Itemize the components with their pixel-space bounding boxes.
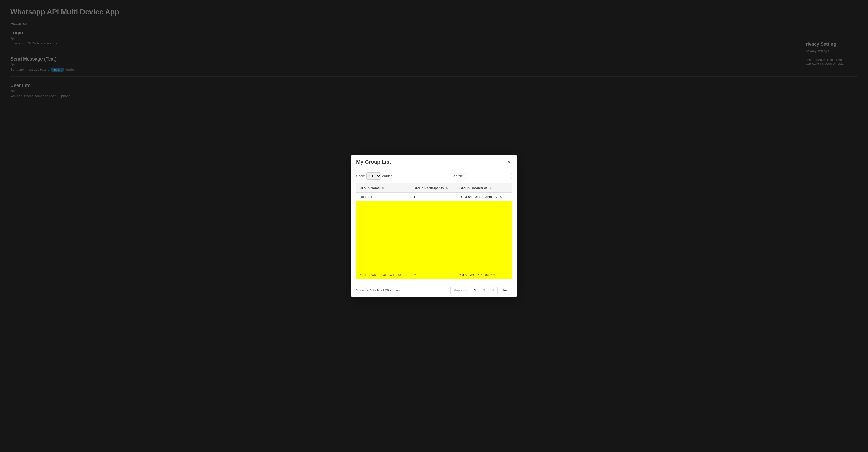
cell-created-at: 2013-04-10T19:03:48+07:00 [456, 193, 512, 201]
col-created-at: Group Created At ⇅ [456, 183, 512, 193]
controls-row: Show 10 25 50 100 entries Search: [356, 172, 512, 179]
pagination: Previous 1 2 3 Next [451, 286, 512, 294]
search-input[interactable] [465, 173, 512, 179]
modal-body: Show 10 25 50 100 entries Search: [351, 168, 517, 283]
sort-icon-participants: ⇅ [446, 187, 448, 190]
cell-participants-blurred: 01 [410, 271, 456, 279]
showing-text: Showing 1 to 10 of 29 entries [356, 288, 400, 292]
modal-header: My Group List × [351, 155, 517, 168]
table-row-yellow [356, 201, 512, 271]
col-participants: Group Participants ⇅ [410, 183, 456, 193]
next-button[interactable]: Next [498, 286, 512, 294]
show-entries-control: Show 10 25 50 100 entries [356, 172, 393, 179]
table-header-row: Group Name ⇅ Group Participants ⇅ Group … [356, 183, 512, 193]
search-control: Search: [452, 173, 512, 179]
cell-name: close req [356, 193, 410, 201]
col-group-name: Group Name ⇅ [356, 183, 410, 193]
sort-icon-name: ⇅ [382, 187, 384, 190]
table-row-blurred: KRNL KRON KTILOS KW11 (⚠) 01 2017-01-19T… [356, 271, 512, 279]
yellow-area [356, 201, 512, 271]
cell-name-blurred: KRNL KRON KTILOS KW11 (⚠) [356, 271, 410, 279]
modal-title: My Group List [356, 159, 391, 165]
table-row: close req 1 2013-04-10T19:03:48+07:00 [356, 193, 512, 201]
close-button[interactable]: × [507, 160, 512, 165]
modal-container: My Group List × Show 10 25 50 100 entrie… [351, 155, 517, 297]
modal-overlay: My Group List × Show 10 25 50 100 entrie… [0, 0, 868, 452]
search-label: Search: [452, 174, 463, 178]
page-2-button[interactable]: 2 [480, 286, 489, 294]
entries-select[interactable]: 10 25 50 100 [366, 172, 381, 179]
cell-created-at-blurred: 2017-01-19T07:31:30+07:00 [456, 271, 512, 279]
show-label: Show [356, 174, 365, 178]
page-1-button[interactable]: 1 [471, 286, 479, 294]
previous-button[interactable]: Previous [451, 286, 470, 294]
page-3-button[interactable]: 3 [489, 286, 498, 294]
entries-label: entries [382, 174, 393, 178]
groups-table: Group Name ⇅ Group Participants ⇅ Group … [356, 183, 512, 279]
modal-footer: Showing 1 to 10 of 29 entries Previous 1… [351, 283, 517, 297]
cell-participants: 1 [410, 193, 456, 201]
sort-icon-created: ⇅ [489, 187, 491, 190]
